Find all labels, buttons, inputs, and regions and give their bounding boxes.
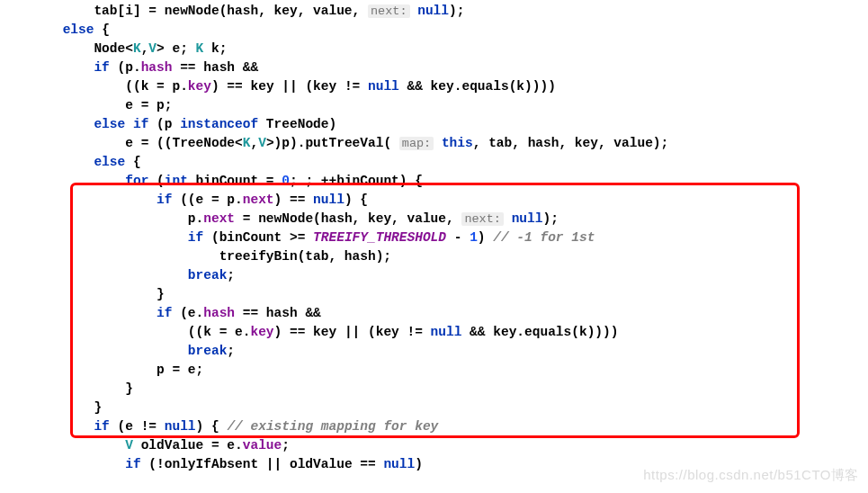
code-line: break;: [0, 344, 235, 358]
param-hint: next:: [368, 4, 410, 18]
code-line: p = e;: [0, 363, 203, 377]
code-line: e = ((TreeNode<K,V>)p).putTreeVal( map: …: [0, 136, 668, 150]
code-line: if (!onlyIfAbsent || oldValue == null): [0, 457, 423, 471]
indent: [0, 4, 94, 18]
code-line: ((k = p.key) == key || (key != null && k…: [0, 79, 556, 94]
watermark-text: https://blog.csdn.net/b51CTO博客: [643, 465, 859, 484]
code-line: Node<K,V> e; K k;: [0, 41, 227, 56]
code-line: ((k = e.key) == key || (key != null && k…: [0, 325, 618, 339]
code-line: treeifyBin(tab, hash);: [0, 249, 391, 264]
code-line: e = p;: [0, 98, 172, 112]
code-line: if ((e = p.next) == null) {: [0, 193, 368, 207]
code-line: else if (p instanceof TreeNode): [0, 117, 336, 131]
code-line: if (p.hash == hash &&: [0, 60, 258, 75]
code-block: tab[i] = newNode(hash, key, value, next:…: [0, 0, 868, 474]
code-line: }: [0, 381, 133, 396]
code-line: p.next = newNode(hash, key, value, next:…: [0, 211, 559, 226]
code-line: break;: [0, 268, 235, 282]
code-line: for (int binCount = 0; ; ++binCount) {: [0, 174, 423, 188]
code-line: if (e.hash == hash &&: [0, 306, 321, 320]
code-line: if (e != null) { // existing mapping for…: [0, 419, 438, 434]
code-line: }: [0, 287, 165, 301]
code-line: }: [0, 400, 102, 415]
param-hint: next:: [461, 212, 504, 226]
code-line: if (binCount >= TREEIFY_THRESHOLD - 1) /…: [0, 230, 595, 245]
code-line: else {: [0, 155, 141, 169]
param-hint: map:: [399, 137, 434, 150]
code-line: else {: [0, 22, 110, 37]
code-line: V oldValue = e.value;: [0, 438, 290, 453]
code-line: tab[i] = newNode(hash, key, value, next:…: [0, 4, 464, 18]
